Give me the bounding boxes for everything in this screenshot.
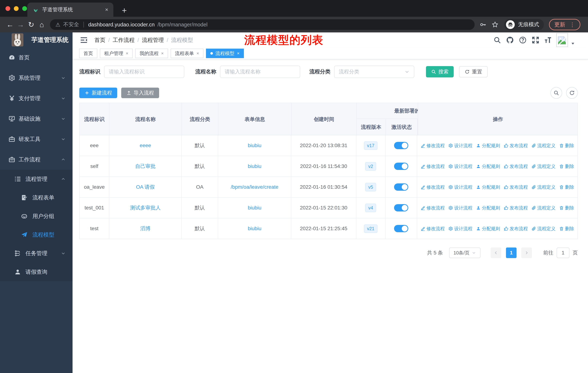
name-input[interactable]: 请输入流程名称 (220, 66, 300, 78)
tab-close-icon[interactable]: × (105, 7, 108, 13)
sidebar-item-流程模型[interactable]: 流程模型 (0, 225, 73, 244)
next-page-button[interactable] (521, 248, 532, 258)
home-button[interactable]: ⌂ (36, 20, 47, 29)
form-info-link[interactable]: biubiu (218, 218, 291, 239)
font-size-icon[interactable] (544, 36, 552, 44)
prev-page-button[interactable] (491, 248, 501, 258)
import-model-button[interactable]: 导入流程 (121, 88, 159, 98)
action-删除[interactable]: 删除 (559, 163, 574, 169)
action-分配规则[interactable]: 分配规则 (476, 205, 500, 211)
action-发布流程[interactable]: 发布流程 (504, 143, 528, 149)
active-toggle[interactable] (394, 225, 408, 232)
active-toggle[interactable] (394, 204, 408, 212)
sidebar-item-系统管理[interactable]: 系统管理 (0, 68, 73, 88)
tag-首页[interactable]: 首页 (79, 49, 97, 58)
sidebar-item-基础设施[interactable]: 基础设施 (0, 109, 73, 129)
model-name-link[interactable]: 滔博 (109, 218, 182, 239)
tag-流程模型[interactable]: 流程模型× (206, 49, 244, 58)
action-删除[interactable]: 删除 (559, 205, 574, 211)
action-分配规则[interactable]: 分配规则 (476, 143, 500, 149)
action-设计流程[interactable]: 设计流程 (448, 205, 472, 211)
active-toggle[interactable] (394, 183, 408, 191)
form-info-link[interactable]: /bpm/oa/leave/create (218, 177, 291, 197)
update-button[interactable]: 更新 ⋮ (549, 19, 580, 30)
sidebar-item-支付管理[interactable]: 支付管理 (0, 88, 73, 109)
browser-tab[interactable]: 芋道管理系统 × (27, 2, 113, 17)
goto-page-input[interactable]: 1 (557, 248, 569, 258)
active-toggle[interactable] (394, 163, 408, 170)
action-修改流程[interactable]: 修改流程 (421, 184, 445, 190)
avatar[interactable] (556, 33, 568, 47)
action-流程定义[interactable]: 流程定义 (532, 226, 556, 232)
url-bar[interactable]: ⚠ 不安全 dashboard.yudao.iocoder.cn/bpm/man… (50, 19, 475, 30)
key-input[interactable]: 请输入流程标识 (104, 66, 184, 78)
search-icon[interactable] (493, 36, 501, 44)
sidebar-item-请假查询[interactable]: 请假查询 (0, 263, 73, 281)
active-toggle[interactable] (394, 142, 408, 149)
tag-租户管理[interactable]: 租户管理× (100, 49, 133, 58)
maximize-window-button[interactable] (22, 6, 27, 11)
key-icon[interactable] (479, 21, 487, 28)
action-流程定义[interactable]: 流程定义 (532, 163, 556, 169)
user-menu[interactable] (556, 33, 575, 47)
forward-button[interactable]: → (15, 20, 26, 29)
back-button[interactable]: ← (5, 20, 15, 29)
bookmark-star-icon[interactable] (491, 21, 499, 28)
fullscreen-icon[interactable] (532, 36, 539, 44)
action-分配规则[interactable]: 分配规则 (476, 184, 500, 190)
model-name-link[interactable]: 自己审批 (109, 156, 182, 176)
action-设计流程[interactable]: 设计流程 (448, 143, 472, 149)
action-删除[interactable]: 删除 (559, 143, 574, 149)
tag-close-icon[interactable]: × (197, 51, 199, 56)
sidebar-item-流程表单[interactable]: 流程表单 (0, 188, 73, 207)
sidebar-item-用户分组[interactable]: 用户分组 (0, 207, 73, 225)
new-tab-button[interactable]: + (119, 5, 130, 15)
action-发布流程[interactable]: 发布流程 (504, 226, 528, 232)
action-流程定义[interactable]: 流程定义 (532, 143, 556, 149)
action-发布流程[interactable]: 发布流程 (504, 184, 528, 190)
breadcrumb-item[interactable]: 工作流程 (113, 36, 135, 44)
action-设计流程[interactable]: 设计流程 (448, 184, 472, 190)
refresh-table-button[interactable] (566, 87, 578, 99)
action-删除[interactable]: 删除 (559, 226, 574, 232)
action-修改流程[interactable]: 修改流程 (421, 163, 445, 169)
form-info-link[interactable]: biubiu (218, 198, 291, 218)
action-发布流程[interactable]: 发布流程 (504, 163, 528, 169)
sidebar-item-首页[interactable]: 首页 (0, 47, 73, 68)
action-发布流程[interactable]: 发布流程 (504, 205, 528, 211)
create-model-button[interactable]: 新建流程 (79, 88, 117, 98)
github-icon[interactable] (506, 36, 514, 44)
close-window-button[interactable] (5, 6, 10, 11)
sidebar-item-流程管理[interactable]: 流程管理 (0, 170, 73, 188)
hamburger-collapse-icon[interactable] (80, 36, 88, 44)
sidebar-item-研发工具[interactable]: 研发工具 (0, 129, 73, 149)
breadcrumb-item[interactable]: 首页 (94, 36, 105, 44)
current-page-button[interactable]: 1 (506, 248, 516, 258)
tag-close-icon[interactable]: × (161, 51, 164, 56)
form-info-link[interactable]: biubiu (218, 135, 291, 156)
action-删除[interactable]: 删除 (559, 184, 574, 190)
tag-close-icon[interactable]: × (237, 51, 240, 56)
action-流程定义[interactable]: 流程定义 (532, 184, 556, 190)
sidebar-item-工作流程[interactable]: 工作流程 (0, 149, 73, 170)
action-修改流程[interactable]: 修改流程 (421, 226, 445, 232)
help-icon[interactable] (519, 36, 527, 44)
sidebar-logo[interactable]: 芋道管理系统 (0, 32, 73, 47)
minimize-window-button[interactable] (14, 6, 19, 11)
form-info-link[interactable]: biubiu (218, 156, 291, 176)
action-修改流程[interactable]: 修改流程 (421, 143, 445, 149)
browser-menu-icon[interactable]: ⋮ (570, 21, 575, 28)
reset-button[interactable]: 重置 (459, 66, 488, 77)
action-分配规则[interactable]: 分配规则 (476, 226, 500, 232)
page-size-select[interactable]: 10条/页 (449, 248, 481, 258)
action-修改流程[interactable]: 修改流程 (421, 205, 445, 211)
search-button[interactable]: 搜索 (426, 66, 454, 77)
model-name-link[interactable]: 测试多审批人 (109, 198, 182, 218)
tag-close-icon[interactable]: × (126, 51, 128, 56)
action-设计流程[interactable]: 设计流程 (448, 226, 472, 232)
breadcrumb-item[interactable]: 流程管理 (142, 36, 164, 44)
show-search-button[interactable] (550, 87, 562, 99)
action-流程定义[interactable]: 流程定义 (532, 205, 556, 211)
reload-button[interactable]: ↻ (26, 20, 36, 29)
action-分配规则[interactable]: 分配规则 (476, 163, 500, 169)
